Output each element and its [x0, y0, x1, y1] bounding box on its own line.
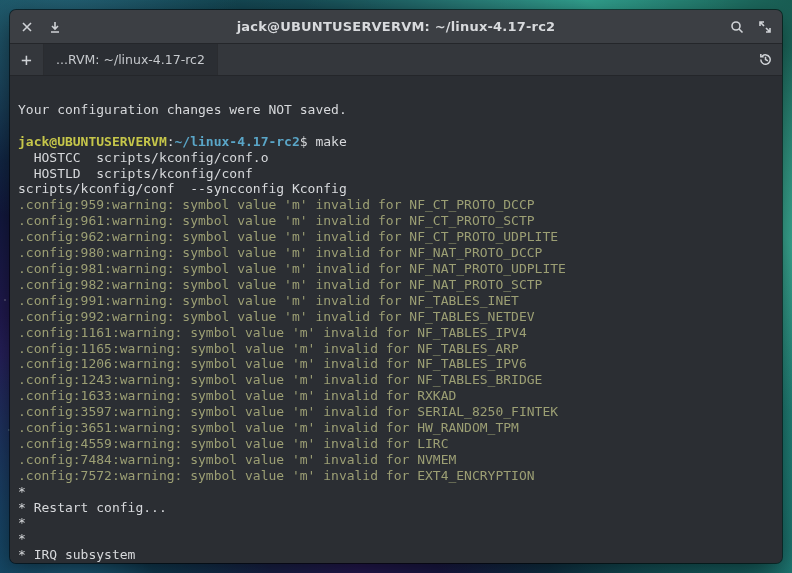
close-icon[interactable] [20, 20, 34, 34]
new-tab-button[interactable]: + [10, 44, 44, 75]
tab-bar: + ...RVM: ~/linux-4.17-rc2 [10, 44, 782, 76]
history-icon[interactable] [748, 44, 782, 75]
window-title: jack@UBUNTUSERVERVM: ~/linux-4.17-rc2 [100, 19, 692, 34]
terminal-output: Your configuration changes were NOT save… [18, 86, 774, 563]
search-icon[interactable] [730, 20, 744, 34]
terminal-window: jack@UBUNTUSERVERVM: ~/linux-4.17-rc2 + … [10, 10, 782, 563]
download-icon[interactable] [48, 20, 62, 34]
maximize-icon[interactable] [758, 20, 772, 34]
terminal-viewport[interactable]: Your configuration changes were NOT save… [10, 76, 782, 563]
tab-terminal[interactable]: ...RVM: ~/linux-4.17-rc2 [44, 44, 218, 75]
tab-label: ...RVM: ~/linux-4.17-rc2 [56, 52, 205, 67]
svg-point-0 [732, 22, 740, 30]
titlebar: jack@UBUNTUSERVERVM: ~/linux-4.17-rc2 [10, 10, 782, 44]
